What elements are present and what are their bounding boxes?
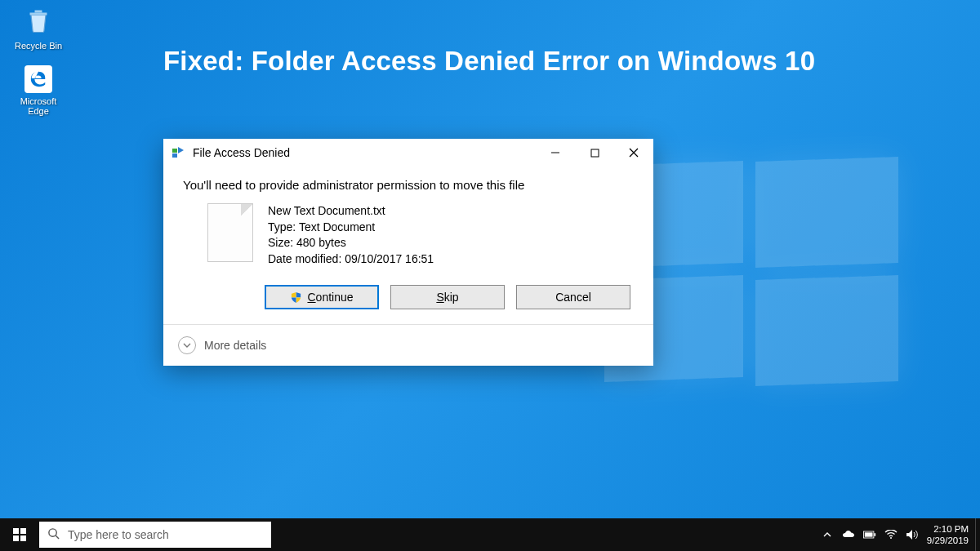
dialog-titlebar[interactable]: File Access Denied [163, 139, 653, 167]
dialog-app-icon [172, 145, 186, 160]
desktop-icon-recycle-bin[interactable]: Recycle Bin [12, 5, 65, 51]
clock-time: 2:10 PM [927, 523, 969, 535]
wifi-icon[interactable] [884, 528, 898, 541]
system-tray[interactable] [816, 518, 924, 551]
recycle-bin-icon [22, 5, 55, 38]
desktop-icon-label: Microsoft Edge [12, 96, 65, 116]
text-file-icon [207, 203, 253, 262]
taskbar: Type here to search 2:10 PM 9/29/2019 [0, 518, 980, 551]
file-size: Size: 480 bytes [268, 235, 434, 251]
uac-shield-icon [290, 291, 302, 304]
svg-rect-9 [865, 532, 873, 536]
search-icon [47, 527, 60, 542]
tray-overflow-icon[interactable] [821, 528, 834, 541]
minimize-button[interactable] [536, 139, 575, 167]
edge-icon [24, 65, 52, 93]
chevron-down-icon [178, 336, 196, 354]
continue-button[interactable]: Continue [265, 285, 379, 309]
continue-label: Continue [307, 291, 353, 304]
svg-point-11 [890, 537, 892, 539]
desktop-icon-label: Recycle Bin [12, 41, 65, 51]
banner-headline: Fixed: Folder Access Denied Error on Win… [163, 46, 815, 77]
search-placeholder: Type here to search [68, 528, 169, 541]
svg-rect-3 [591, 149, 599, 157]
svg-rect-0 [172, 149, 177, 153]
svg-line-7 [56, 535, 59, 539]
volume-icon[interactable] [906, 528, 919, 541]
maximize-button[interactable] [575, 139, 614, 167]
dialog-message: You'll need to provide administrator per… [183, 178, 634, 192]
more-details-label: More details [204, 339, 266, 352]
cancel-label: Cancel [555, 291, 591, 304]
file-access-denied-dialog: File Access Denied You'll need to provid… [163, 139, 653, 366]
svg-point-6 [49, 529, 56, 536]
close-button[interactable] [614, 139, 653, 167]
cancel-button[interactable]: Cancel [516, 285, 630, 309]
clock-date: 9/29/2019 [927, 535, 969, 546]
svg-rect-10 [874, 533, 875, 536]
onedrive-icon[interactable] [842, 528, 855, 541]
skip-label: Skip [436, 291, 458, 304]
skip-button[interactable]: Skip [390, 285, 505, 309]
file-modified: Date modified: 09/10/2017 16:51 [268, 251, 434, 268]
dialog-title: File Access Denied [193, 146, 536, 159]
start-button[interactable] [0, 518, 39, 551]
show-desktop-button[interactable] [975, 518, 980, 551]
file-type: Type: Text Document [268, 220, 434, 236]
more-details-toggle[interactable]: More details [163, 325, 653, 366]
desktop-icon-edge[interactable]: Microsoft Edge [12, 65, 65, 116]
battery-icon[interactable] [863, 528, 876, 541]
file-name: New Text Document.txt [268, 203, 434, 220]
file-info-row: New Text Document.txt Type: Text Documen… [207, 203, 634, 267]
taskbar-search[interactable]: Type here to search [39, 522, 271, 548]
svg-rect-1 [172, 153, 177, 158]
taskbar-clock[interactable]: 2:10 PM 9/29/2019 [924, 518, 975, 551]
windows-logo-icon [13, 528, 26, 541]
